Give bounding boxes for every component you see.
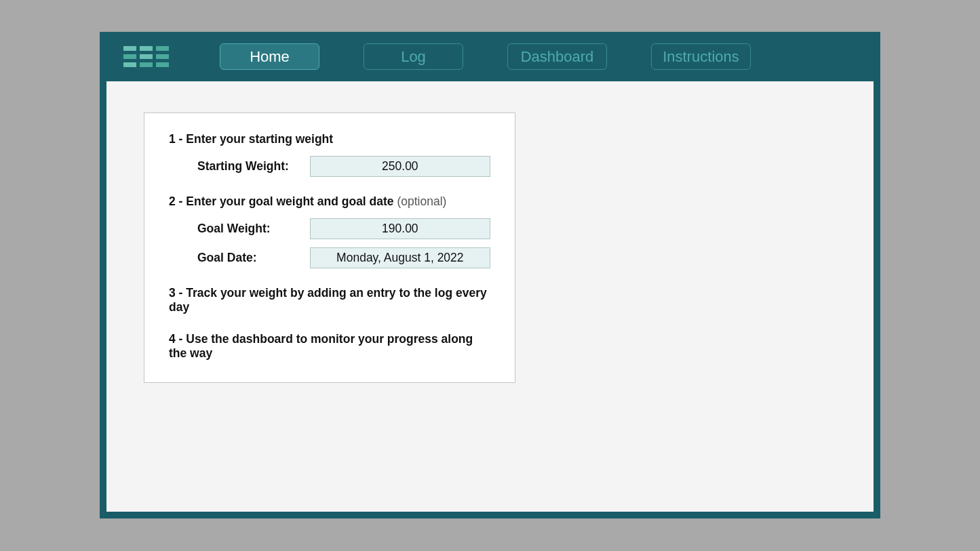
step-2-heading: 2 - Enter your goal weight and goal date… [169,195,490,209]
nav-log-button[interactable]: Log [364,43,463,70]
step-4-heading: 4 - Use the dashboard to monitor your pr… [169,332,490,361]
goal-date-label: Goal Date: [197,251,310,265]
starting-weight-label: Starting Weight: [197,159,310,174]
goal-date-row: Goal Date: [169,247,490,268]
setup-form-card: 1 - Enter your starting weight Starting … [144,113,515,383]
goal-weight-row: Goal Weight: [169,218,490,239]
logo-cell [140,46,153,51]
nav-home-button[interactable]: Home [220,43,319,70]
step-2-heading-text: 2 - Enter your goal weight and goal date [169,195,394,208]
goal-weight-input[interactable] [310,218,490,239]
logo-cell [140,54,153,59]
step-3-heading: 3 - Track your weight by adding an entry… [169,286,490,314]
starting-weight-row: Starting Weight: [169,156,490,177]
goal-weight-label: Goal Weight: [197,222,310,236]
step-2-optional: (optional) [394,195,447,208]
header-bar: Home Log Dashboard Instructions [106,32,874,81]
app-frame: Home Log Dashboard Instructions 1 - Ente… [100,32,880,518]
nav-instructions-button[interactable]: Instructions [651,43,751,70]
logo-cell [156,62,169,67]
step-1-heading: 1 - Enter your starting weight [169,132,490,146]
logo-cell [123,62,136,67]
logo-cell [123,54,136,59]
content-area: 1 - Enter your starting weight Starting … [106,81,874,512]
goal-date-input[interactable] [310,247,490,268]
nav-dashboard-button[interactable]: Dashboard [507,43,607,70]
logo-cell [156,54,169,59]
logo-cell [140,62,153,67]
logo-cell [156,46,169,51]
grid-logo-icon [123,46,169,67]
logo-cell [123,46,136,51]
starting-weight-input[interactable] [310,156,490,177]
